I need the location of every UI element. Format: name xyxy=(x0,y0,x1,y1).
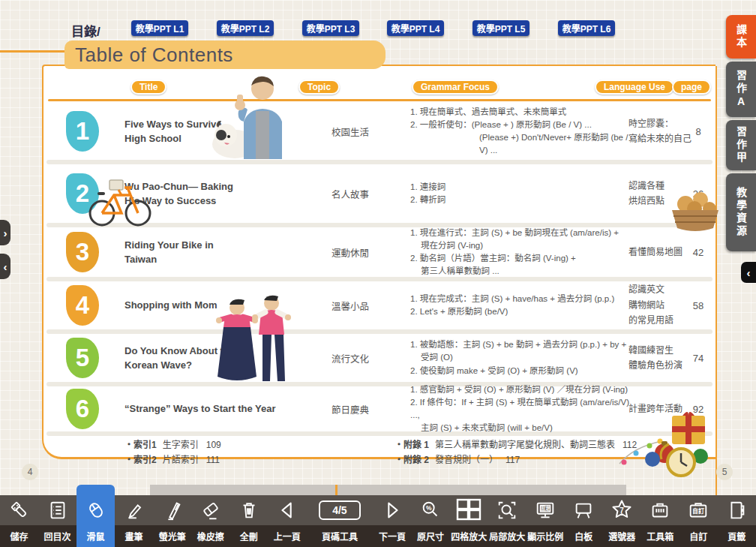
toc-row-lesson1: 1 Five Ways to Survive High School 校園生活 … xyxy=(44,103,716,160)
display-ratio-button[interactable]: 固定 顯示比例 xyxy=(526,495,565,547)
trash-icon xyxy=(230,495,268,525)
lesson-number-badge: 3 xyxy=(66,232,99,272)
lesson-number-badge: 4 xyxy=(66,285,99,326)
lesson-topic: 流行文化 xyxy=(332,334,406,382)
page-tabs-button[interactable]: 頁籤 xyxy=(718,495,756,547)
pen-icon xyxy=(115,495,153,525)
delete-all-button[interactable]: 全刪 xyxy=(230,495,268,547)
column-header-topic: Topic xyxy=(298,80,340,95)
lesson-page-number: 8 xyxy=(681,103,716,160)
left-edge-prev-arrow[interactable]: ‹ xyxy=(0,254,10,279)
page-number-tool[interactable]: 4/5 頁碼工具 xyxy=(306,495,373,547)
toolbox-icon xyxy=(641,495,680,525)
toc-chinese-label: 目錄/ xyxy=(71,21,100,40)
toc-footnotes: ・索引1生字索引109 ・索引2片語索引111 ・附錄 1第三人稱單數動詞字尾變… xyxy=(44,436,716,461)
highlighter-icon xyxy=(153,495,191,525)
svg-text:固定: 固定 xyxy=(540,505,551,512)
pen-tool-button[interactable]: 畫筆 xyxy=(115,495,153,547)
right-collapse-arrow[interactable]: ‹ xyxy=(741,262,756,283)
lesson-grammar: 1. 連接詞 2. 轉折詞 xyxy=(410,164,635,223)
page-number-right: 5 xyxy=(716,464,733,480)
toolbar-slide-handle[interactable] xyxy=(150,485,626,495)
ppt-button-l1[interactable]: 教學PPT L1 xyxy=(131,20,188,36)
toolbox-button[interactable]: 工具箱 xyxy=(641,495,680,547)
column-header-title: Title xyxy=(130,80,166,95)
tab-textbook[interactable]: 課本 xyxy=(726,15,756,59)
appendix-notes: ・附錄 1第三人稱單數動詞字尾變化規則、動詞三態表112 ・附錄 2發音規則（一… xyxy=(394,437,637,468)
lesson-grammar: 1. 現在進行式：主詞 (S) + be 動詞現在式 (am/are/is) +… xyxy=(410,227,635,277)
save-button[interactable]: 儲存 xyxy=(0,495,38,547)
four-grid-zoom-button[interactable]: 四格放大 xyxy=(450,495,488,547)
mouse-icon xyxy=(76,495,115,525)
highlighter-tool-button[interactable]: 螢光筆 xyxy=(153,495,191,547)
mouse-tool-button[interactable]: 滑鼠 xyxy=(76,485,115,547)
previous-page-button[interactable]: 上一頁 xyxy=(268,495,306,547)
ppt-button-l5[interactable]: 教學PPT L5 xyxy=(472,20,530,36)
index-notes: ・索引1生字索引109 ・索引2片語索引111 xyxy=(124,437,221,468)
eraser-icon xyxy=(191,495,230,525)
back-to-contents-button[interactable]: 回目次 xyxy=(38,495,76,547)
tab-workbook-jia[interactable]: 習作甲 xyxy=(726,120,756,170)
left-edge-next-arrow[interactable]: › xyxy=(0,220,10,245)
lesson-grammar: 1. 被動語態：主詞 (S) + be 動詞 + 過去分詞 (p.p.) + b… xyxy=(410,334,635,382)
lesson-title: Riding Your Bike in Taiwan xyxy=(124,227,244,277)
ppt-button-l6[interactable]: 教學PPT L6 xyxy=(558,20,615,36)
lesson-page-number: 42 xyxy=(681,227,716,277)
next-triangle-icon xyxy=(374,495,412,525)
whiteboard-button[interactable]: 白板 xyxy=(565,495,603,547)
lesson-page-number: 26 xyxy=(681,164,716,223)
toc-row-lesson2: 2 Wu Pao-Chun— Baking His Way to Success… xyxy=(44,164,716,223)
column-header-page: page xyxy=(672,80,711,95)
lesson-number-badge: 6 xyxy=(66,389,99,429)
slide-position-tick xyxy=(335,485,338,495)
four-grid-icon xyxy=(450,495,488,525)
toc-row-lesson3: 3 Riding Your Bike in Taiwan 運動休閒 1. 現在進… xyxy=(44,227,716,277)
star-number-icon: 7 xyxy=(603,495,641,525)
lesson-topic: 運動休閒 xyxy=(332,227,406,277)
usb-save-icon xyxy=(0,495,38,525)
tab-teaching-resources[interactable]: 教學資源 xyxy=(726,173,756,251)
lesson-title: Do You Know About the Korean Wave? xyxy=(124,334,244,382)
lesson-number-badge: 2 xyxy=(66,173,99,214)
ppt-button-l2[interactable]: 教學PPT L2 xyxy=(217,20,274,36)
page-right-border xyxy=(716,66,717,497)
zoom-percent-icon: % xyxy=(412,495,450,525)
svg-text:7: 7 xyxy=(620,506,624,515)
lesson-topic: 名人故事 xyxy=(332,164,406,223)
svg-text:自訂: 自訂 xyxy=(692,507,704,515)
whiteboard-icon xyxy=(565,495,603,525)
eraser-tool-button[interactable]: 橡皮擦 xyxy=(191,495,230,547)
lesson-page-number: 74 xyxy=(681,334,716,382)
banner-left-line xyxy=(0,50,66,53)
lesson-title: Five Ways to Survive High School xyxy=(124,103,244,160)
lesson-title: Wu Pao-Chun— Baking His Way to Success xyxy=(124,164,244,223)
toc-rows: 1 Five Ways to Survive High School 校園生活 … xyxy=(44,103,716,461)
column-header-language: Language Use xyxy=(595,80,674,95)
prev-triangle-icon xyxy=(268,495,306,525)
number-picker-button[interactable]: 7 選號器 xyxy=(603,495,641,547)
page-title-banner: Table of Contents xyxy=(64,41,386,69)
lesson-title: “Strange” Ways to Start the Year xyxy=(124,386,297,431)
lesson-grammar: 1. 感官動詞 + 受詞 (O) + 原形動詞 (V) ／現在分詞 (V-ing… xyxy=(410,386,635,431)
custom-case-icon: 自訂 xyxy=(680,495,718,525)
toc-row-lesson5: 5 Do You Know About the Korean Wave? 流行文… xyxy=(44,334,716,382)
region-zoom-button[interactable]: 局部放大 xyxy=(488,495,526,547)
ppt-button-l3[interactable]: 教學PPT L3 xyxy=(302,20,359,36)
toc-row-lesson6: 6 “Strange” Ways to Start the Year 節日慶典 … xyxy=(44,386,716,431)
custom-tools-button[interactable]: 自訂 自訂 xyxy=(680,495,718,547)
tab-workbook-a[interactable]: 習作A xyxy=(726,62,756,117)
lesson-number-badge: 5 xyxy=(66,338,99,378)
lesson-grammar: 1. 現在簡單式、過去簡單式、未來簡單式 2. 一般祈使句：(Please + … xyxy=(410,103,635,160)
lesson-page-number: 92 xyxy=(681,386,716,431)
region-zoom-icon xyxy=(488,495,526,525)
lesson-topic: 溫馨小品 xyxy=(332,281,406,329)
ppt-button-l4[interactable]: 教學PPT L4 xyxy=(387,20,444,36)
original-size-button[interactable]: % 原尺寸 xyxy=(412,495,450,547)
display-ratio-icon: 固定 xyxy=(526,495,565,525)
toc-row-lesson4: 4 Shopping with Mom 溫馨小品 1. 現在完成式：主詞 (S)… xyxy=(44,281,716,329)
contents-list-icon xyxy=(38,495,76,525)
lesson-title: Shopping with Mom xyxy=(124,281,244,329)
page-indicator[interactable]: 4/5 xyxy=(319,500,360,520)
lesson-topic: 節日慶典 xyxy=(332,386,406,431)
next-page-button[interactable]: 下一頁 xyxy=(374,495,412,547)
